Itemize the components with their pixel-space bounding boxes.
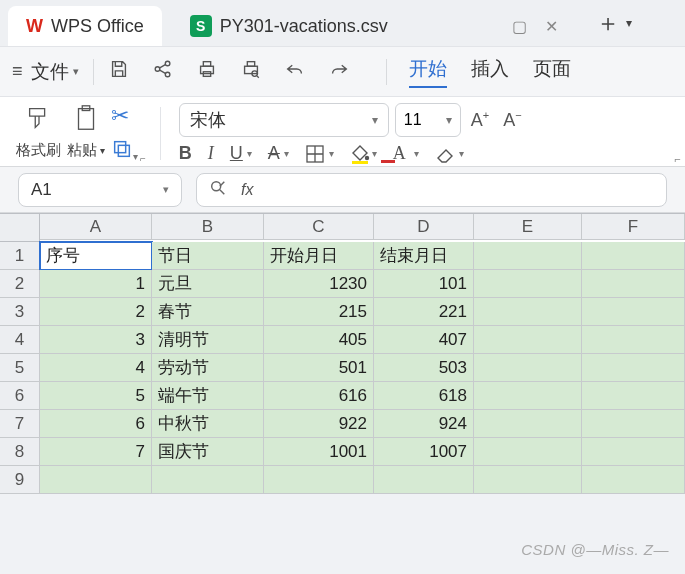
tab-insert[interactable]: 插入: [471, 56, 509, 88]
cell[interactable]: 端午节: [152, 382, 264, 410]
cell-reference-box[interactable]: A1 ▾: [18, 173, 182, 207]
cell[interactable]: 清明节: [152, 326, 264, 354]
cell[interactable]: 922: [264, 410, 374, 438]
copy-icon[interactable]: ▾: [111, 138, 138, 164]
formula-input[interactable]: fx: [196, 173, 667, 207]
cell[interactable]: 4: [40, 354, 152, 382]
cell[interactable]: [264, 466, 374, 494]
row-header[interactable]: 4: [0, 326, 40, 354]
column-header[interactable]: A: [40, 214, 152, 240]
cell[interactable]: [582, 326, 685, 354]
row-header[interactable]: 7: [0, 410, 40, 438]
decrease-font-icon[interactable]: A−: [499, 109, 525, 131]
cell[interactable]: 国庆节: [152, 438, 264, 466]
cell[interactable]: 405: [264, 326, 374, 354]
cell[interactable]: [474, 354, 582, 382]
cell[interactable]: 春节: [152, 298, 264, 326]
cell[interactable]: 节日: [152, 242, 264, 270]
cell[interactable]: [474, 410, 582, 438]
cell[interactable]: 618: [374, 382, 474, 410]
row-header[interactable]: 5: [0, 354, 40, 382]
cell[interactable]: 6: [40, 410, 152, 438]
cell[interactable]: 1001: [264, 438, 374, 466]
lookup-icon[interactable]: [209, 179, 227, 201]
cell[interactable]: 616: [264, 382, 374, 410]
cell[interactable]: 3: [40, 326, 152, 354]
cell[interactable]: 2: [40, 298, 152, 326]
window-split-icon[interactable]: ▢: [512, 18, 527, 35]
cell[interactable]: 结束月日: [374, 242, 474, 270]
row-header[interactable]: 1: [0, 242, 40, 270]
bold-button[interactable]: B: [179, 143, 192, 164]
column-header[interactable]: E: [474, 214, 582, 240]
cell[interactable]: [582, 438, 685, 466]
column-header[interactable]: D: [374, 214, 474, 240]
new-tab-button[interactable]: ＋ ▾: [596, 7, 632, 39]
cell[interactable]: [474, 298, 582, 326]
cell[interactable]: 1007: [374, 438, 474, 466]
close-tab-icon[interactable]: ✕: [545, 18, 558, 35]
cell[interactable]: 924: [374, 410, 474, 438]
borders-button[interactable]: ▾: [305, 144, 334, 164]
font-select[interactable]: 宋体 ▾: [179, 103, 389, 137]
row-header[interactable]: 9: [0, 466, 40, 494]
cell[interactable]: 503: [374, 354, 474, 382]
cell[interactable]: 101: [374, 270, 474, 298]
row-header[interactable]: 3: [0, 298, 40, 326]
cell[interactable]: [374, 466, 474, 494]
strikethrough-button[interactable]: A▾: [268, 143, 289, 164]
eraser-button[interactable]: ▾: [435, 144, 464, 164]
cell[interactable]: [474, 326, 582, 354]
cell[interactable]: [582, 298, 685, 326]
cell[interactable]: 元旦: [152, 270, 264, 298]
app-tab[interactable]: W WPS Office: [8, 6, 162, 46]
group-expand-icon[interactable]: ⌐: [140, 153, 146, 164]
cell[interactable]: [40, 466, 152, 494]
underline-button[interactable]: U▾: [230, 143, 252, 164]
cell[interactable]: [474, 466, 582, 494]
print-preview-icon[interactable]: [240, 58, 262, 85]
cut-icon[interactable]: ✂: [111, 103, 138, 129]
tab-page[interactable]: 页面: [533, 56, 571, 88]
fill-color-button[interactable]: ▾: [350, 144, 377, 164]
row-header[interactable]: 2: [0, 270, 40, 298]
column-header[interactable]: C: [264, 214, 374, 240]
fx-icon[interactable]: fx: [241, 181, 253, 199]
cell[interactable]: [474, 242, 582, 270]
cell[interactable]: 1230: [264, 270, 374, 298]
cell[interactable]: [474, 270, 582, 298]
font-size-select[interactable]: 11 ▾: [395, 103, 461, 137]
print-icon[interactable]: [196, 58, 218, 85]
chevron-down-icon[interactable]: ▾: [100, 145, 105, 156]
row-header[interactable]: 8: [0, 438, 40, 466]
cell[interactable]: [582, 466, 685, 494]
paste-button[interactable]: 粘贴▾: [67, 103, 105, 164]
cell[interactable]: 开始月日: [264, 242, 374, 270]
cell[interactable]: 501: [264, 354, 374, 382]
cell[interactable]: 407: [374, 326, 474, 354]
row-header[interactable]: 6: [0, 382, 40, 410]
cell[interactable]: [152, 466, 264, 494]
group-expand-icon[interactable]: ⌐: [675, 153, 681, 165]
cell[interactable]: [474, 438, 582, 466]
file-menu[interactable]: 文件: [31, 59, 69, 85]
cell[interactable]: [474, 382, 582, 410]
italic-button[interactable]: I: [208, 143, 214, 164]
cell[interactable]: [582, 382, 685, 410]
cell[interactable]: [582, 242, 685, 270]
file-tab[interactable]: S PY301-vacations.csv ▢ ✕: [180, 6, 569, 46]
cell[interactable]: 215: [264, 298, 374, 326]
cell[interactable]: 7: [40, 438, 152, 466]
spreadsheet-grid[interactable]: A B C D E F 1 序号 节日 开始月日 结束月日 21元旦123010…: [0, 213, 685, 494]
undo-icon[interactable]: [284, 58, 306, 85]
hamburger-icon[interactable]: ≡: [12, 61, 23, 82]
cell[interactable]: [582, 410, 685, 438]
cell[interactable]: 劳动节: [152, 354, 264, 382]
select-all-corner[interactable]: [0, 214, 40, 242]
column-header[interactable]: F: [582, 214, 685, 240]
cell[interactable]: 中秋节: [152, 410, 264, 438]
cell[interactable]: [582, 270, 685, 298]
column-header[interactable]: B: [152, 214, 264, 240]
cell[interactable]: 序号: [40, 242, 152, 270]
cell[interactable]: [582, 354, 685, 382]
